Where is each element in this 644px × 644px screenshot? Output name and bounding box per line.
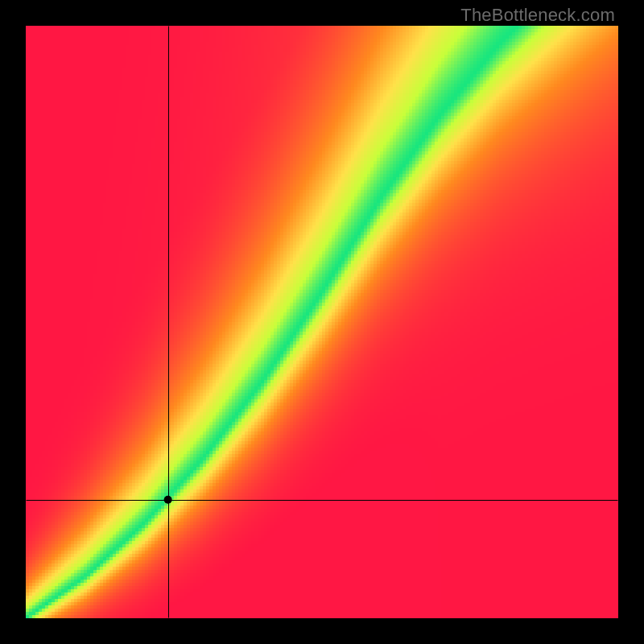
watermark-text: TheBottleneck.com [460, 5, 615, 26]
heatmap-canvas [26, 26, 618, 618]
chart-frame: TheBottleneck.com [0, 0, 644, 644]
plot-area [26, 26, 618, 618]
